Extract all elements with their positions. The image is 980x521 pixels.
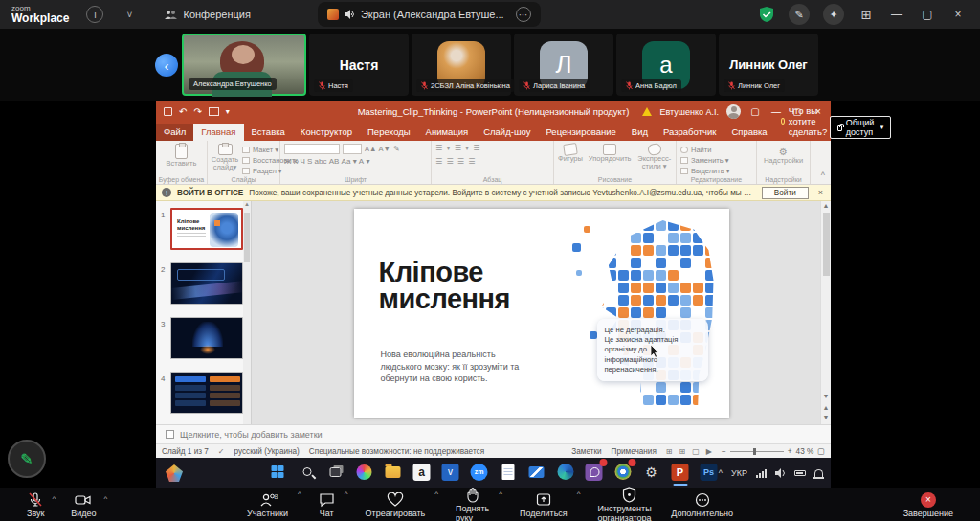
participant-tile[interactable]: Александра Евтушенко [182,34,306,96]
notes-toggle[interactable]: Заметки [571,447,601,456]
scroll-up-arrow[interactable]: ▲ [243,201,251,207]
tab-developer[interactable]: Разработчик [656,124,724,141]
annotation-pencil-button[interactable]: ✎ [8,440,46,478]
qat-dropdown-icon[interactable]: ▾ [226,107,230,116]
battery-icon[interactable] [794,470,806,476]
panel-scrollbar-thumb[interactable] [244,213,250,262]
file-explorer-icon[interactable] [383,462,403,482]
settings-icon[interactable]: ⚙ [641,462,661,482]
maximize-button[interactable]: ▢ [919,8,936,21]
mute-button[interactable]: Звук [25,492,46,518]
addins-button[interactable]: ⚙ Надстройки [761,147,806,165]
zoom-slider-thumb[interactable] [753,448,756,455]
tab-conference[interactable]: Конференция [165,9,250,20]
find-button[interactable]: Найти [680,146,752,154]
photos-app-icon[interactable] [354,462,374,482]
reading-view-icon[interactable]: ▢ [692,447,700,456]
tab-file[interactable]: Файл [156,124,193,141]
apps-grid-icon[interactable]: ⊞ [858,8,875,22]
chat-options-chevron[interactable]: ^ [345,489,348,498]
select-button[interactable]: Выделить ▾ [680,167,752,175]
language-status[interactable]: русский (Украина) [234,447,300,456]
zoom-out-icon[interactable]: − [722,447,726,456]
document-app-icon[interactable] [498,462,518,482]
video-button[interactable]: Видео [69,492,98,518]
redo-icon[interactable]: ↷ [193,107,201,116]
react-options-chevron[interactable]: ^ [434,489,438,498]
font-style-buttons[interactable]: Ж К Ч S abc АВ Aa ▾ А ▾ [284,157,427,166]
participant-tile[interactable]: Настя Настя [309,34,409,96]
tab-review[interactable]: Рецензирование [538,124,623,141]
zoom-app-icon[interactable]: zm [469,462,489,482]
raise-hand-button[interactable]: Поднять руку [454,487,491,521]
notes-pane[interactable]: Щелкните, чтобы добавить заметки [156,424,831,443]
search-icon[interactable] [297,462,317,482]
zoom-in-icon[interactable]: + [788,447,792,456]
tab-options-icon[interactable]: ⋯ [516,7,531,22]
tell-me-box[interactable]: Что вы хотите сделать? [781,105,830,141]
tab-view[interactable]: Вид [624,124,656,141]
share-screen-button[interactable]: Поделиться [518,492,569,518]
ribbon-display-options-icon[interactable]: ▢ [748,106,762,117]
previous-slide-button[interactable]: ▲ [821,403,831,413]
participants-button[interactable]: 8 Участники [245,492,290,518]
signin-close-icon[interactable]: × [818,188,823,197]
quick-styles-button[interactable]: Экспресс-стили ▾ [637,144,673,172]
start-button[interactable] [268,462,288,482]
photoshop-app-icon[interactable]: Ps [699,462,719,482]
tab-screen-share[interactable]: Экран (Александра Евтуше... ⋯ [318,2,541,27]
sorter-view-icon[interactable]: ⊞ [679,447,686,456]
mail-app-icon[interactable] [526,462,546,482]
vertical-scrollbar[interactable]: ▲ ▼ ▲ ▼ [820,201,831,424]
minimize-button[interactable]: — [888,8,905,21]
participant-tile[interactable]: Л Лариса Іванина [514,34,613,96]
tab-animations[interactable]: Анимация [418,124,477,141]
viber-app-icon[interactable] [584,462,604,482]
comments-toggle[interactable]: Примечания [612,447,657,456]
participants-options-chevron[interactable]: ^ [298,489,301,498]
powerpoint-taskbar-icon[interactable]: P [670,462,690,482]
accessibility-status[interactable]: Специальные возможности: не поддерживает… [309,447,484,456]
end-meeting-button[interactable]: × Завершение [902,492,955,518]
audio-options-chevron[interactable]: ^ [52,494,56,503]
react-button[interactable]: Отреагировать [364,492,428,518]
edge-browser-icon[interactable] [555,462,575,482]
notifications-bell-icon[interactable] [814,469,823,478]
participant-tile[interactable]: Линник Олег Линник Олег [719,34,818,96]
font-name-input[interactable] [284,144,340,154]
chrome-browser-icon[interactable] [612,462,633,482]
zoom-slider[interactable] [730,451,784,452]
save-icon[interactable] [164,107,172,116]
next-slide-button[interactable]: ▼ [821,413,831,422]
scroll-up-arrow[interactable]: ▲ [821,202,831,209]
tab-home[interactable]: Главная [193,124,243,141]
tab-transitions[interactable]: Переходы [360,124,418,141]
slideshow-icon[interactable] [209,107,219,116]
zoom-control[interactable]: − + 43 % ▢ [722,446,825,456]
normal-view-icon[interactable]: ⊞ [666,447,673,456]
chevron-down-icon[interactable]: ˅ [121,6,138,23]
volume-icon[interactable] [775,468,786,478]
close-button[interactable]: × [949,8,967,21]
raise-hand-options-chevron[interactable]: ^ [499,489,502,498]
task-view-icon[interactable] [325,462,345,482]
list-buttons[interactable]: ☰ ▾ ☰ ▾ ☰ [435,144,549,152]
slide-thumbnail-4[interactable] [170,372,243,414]
panel-scrollbar[interactable]: ▲ [243,201,251,424]
slideshow-view-icon[interactable]: ▶ [706,447,712,456]
wifi-icon[interactable] [756,469,767,478]
annotate-pencil-icon[interactable]: ✎ [789,4,810,25]
align-buttons[interactable]: ☰ ☰ ☰ ☰ [435,157,549,166]
strip-scroll-left-button[interactable]: ‹ [155,54,178,77]
grow-shrink-font-buttons[interactable]: А▲ А▼ [365,145,390,153]
tab-design[interactable]: Конструктор [293,124,360,141]
arrange-button[interactable]: Упорядочить [589,144,632,172]
account-name[interactable]: Евтушенко А.I. [659,107,719,117]
share-access-button[interactable]: Общий доступ ▾ [830,116,891,139]
participant-tile[interactable]: 2СБЗЛ Аліна Ковінькіна [412,34,511,96]
slide-thumbnail-1[interactable]: Кліпове мислення [170,208,243,250]
shapes-button[interactable]: Фигуры [558,144,583,172]
account-avatar[interactable] [726,104,741,119]
chat-button[interactable]: Чат [317,492,337,518]
paste-button[interactable]: Вставить [160,144,203,168]
